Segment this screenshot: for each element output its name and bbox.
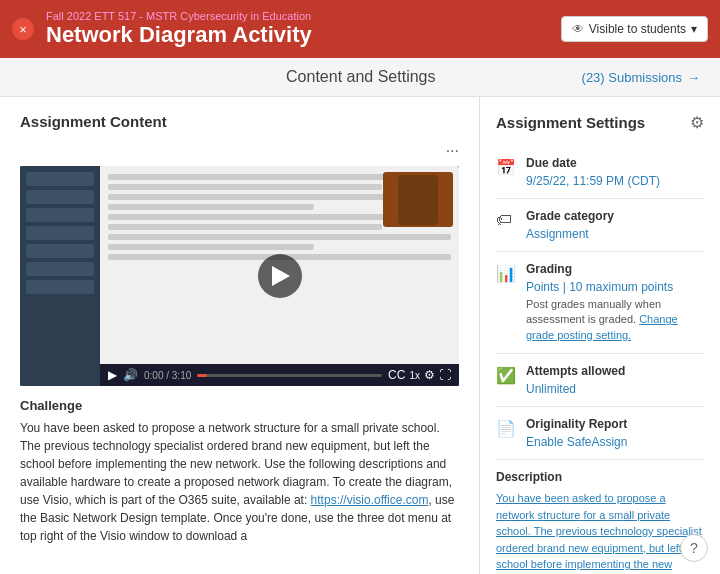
visio-link[interactable]: https://visio.office.com bbox=[311, 493, 429, 507]
due-date-title: Due date bbox=[526, 156, 704, 170]
grade-category-title: Grade category bbox=[526, 209, 704, 223]
main-columns: Assignment Content ··· bbox=[0, 97, 720, 574]
doc-line bbox=[108, 244, 314, 250]
sidebar-item bbox=[26, 190, 94, 204]
video-controls-right: CC 1x ⚙ ⛶ bbox=[388, 368, 451, 382]
video-player[interactable]: ▶ 🔊 0:00 / 3:10 CC 1x ⚙ ⛶ bbox=[20, 166, 459, 386]
course-label: Fall 2022 ETT 517 - MSTR Cybersecurity i… bbox=[46, 10, 312, 22]
content-area: Content and Settings (23) Submissions → … bbox=[0, 58, 720, 574]
due-date-content: Due date 9/25/22, 11:59 PM (CDT) bbox=[526, 156, 704, 188]
more-options-button[interactable]: ··· bbox=[20, 142, 459, 160]
person-image bbox=[398, 175, 438, 225]
play-pause-button[interactable]: ▶ bbox=[108, 368, 117, 382]
arrow-icon: → bbox=[687, 70, 700, 85]
sidebar-item bbox=[26, 208, 94, 222]
video-thumbnail bbox=[383, 172, 453, 227]
description-text: You have been asked to propose a network… bbox=[496, 490, 704, 574]
top-bar-text: Fall 2022 ETT 517 - MSTR Cybersecurity i… bbox=[46, 10, 312, 48]
settings-button[interactable]: ⚙ bbox=[424, 368, 435, 382]
grade-category-setting: 🏷 Grade category Assignment bbox=[496, 199, 704, 252]
challenge-section: Challenge You have been asked to propose… bbox=[20, 398, 459, 545]
doc-icon: 📄 bbox=[496, 419, 516, 439]
grade-category-value[interactable]: Assignment bbox=[526, 227, 589, 241]
originality-title: Originality Report bbox=[526, 417, 704, 431]
gear-icon[interactable]: ⚙ bbox=[690, 113, 704, 132]
submissions-link[interactable]: (23) Submissions → bbox=[582, 70, 700, 85]
grading-title: Grading bbox=[526, 262, 704, 276]
speed-label: 1x bbox=[409, 370, 420, 381]
challenge-heading: Challenge bbox=[20, 398, 459, 413]
grading-setting: 📊 Grading Points | 10 maximum points Pos… bbox=[496, 252, 704, 354]
sidebar-item bbox=[26, 280, 94, 294]
visibility-label: Visible to students bbox=[589, 22, 686, 36]
grade-category-content: Grade category Assignment bbox=[526, 209, 704, 241]
volume-button[interactable]: 🔊 bbox=[123, 368, 138, 382]
grading-note: Post grades manually when assessment is … bbox=[526, 297, 704, 343]
attempts-setting: ✅ Attempts allowed Unlimited bbox=[496, 354, 704, 407]
settings-header: Assignment Settings ⚙ bbox=[496, 113, 704, 132]
video-sidebar bbox=[20, 166, 100, 386]
description-section: Description You have been asked to propo… bbox=[496, 460, 704, 574]
breadcrumb-title: Content and Settings bbox=[140, 68, 582, 86]
progress-bar[interactable] bbox=[197, 374, 382, 377]
play-button[interactable] bbox=[258, 254, 302, 298]
chevron-down-icon: ▾ bbox=[691, 22, 697, 36]
doc-line bbox=[108, 224, 382, 230]
challenge-text: You have been asked to propose a network… bbox=[20, 419, 459, 545]
originality-content: Originality Report Enable SafeAssign bbox=[526, 417, 704, 449]
video-time: 0:00 / 3:10 bbox=[144, 370, 191, 381]
description-title: Description bbox=[496, 470, 704, 484]
doc-line bbox=[108, 184, 382, 190]
left-column: Assignment Content ··· bbox=[0, 97, 480, 574]
close-button[interactable]: × bbox=[12, 18, 34, 40]
originality-setting: 📄 Originality Report Enable SafeAssign bbox=[496, 407, 704, 460]
originality-value[interactable]: Enable SafeAssign bbox=[526, 435, 627, 449]
due-date-setting: 📅 Due date 9/25/22, 11:59 PM (CDT) bbox=[496, 146, 704, 199]
play-icon bbox=[272, 266, 290, 286]
breadcrumb-bar: Content and Settings (23) Submissions → bbox=[0, 58, 720, 97]
cc-button[interactable]: CC bbox=[388, 368, 405, 382]
video-controls: ▶ 🔊 0:00 / 3:10 CC 1x ⚙ ⛶ bbox=[100, 364, 459, 386]
help-button[interactable]: ? bbox=[680, 534, 708, 562]
doc-line bbox=[108, 234, 451, 240]
video-main: ▶ 🔊 0:00 / 3:10 CC 1x ⚙ ⛶ bbox=[100, 166, 459, 386]
eye-icon: 👁 bbox=[572, 22, 584, 36]
right-column: Assignment Settings ⚙ 📅 Due date 9/25/22… bbox=[480, 97, 720, 574]
sidebar-item bbox=[26, 172, 94, 186]
fullscreen-button[interactable]: ⛶ bbox=[439, 368, 451, 382]
progress-fill bbox=[197, 374, 206, 377]
settings-label: Assignment Settings bbox=[496, 114, 645, 131]
doc-line bbox=[108, 204, 314, 210]
sidebar-item bbox=[26, 262, 94, 276]
page-title: Network Diagram Activity bbox=[46, 22, 312, 48]
attempts-title: Attempts allowed bbox=[526, 364, 704, 378]
assignment-content-label: Assignment Content bbox=[20, 113, 459, 130]
grading-content: Grading Points | 10 maximum points Post … bbox=[526, 262, 704, 343]
change-posting-link[interactable]: Change grade posting setting. bbox=[526, 313, 678, 340]
chart-icon: 📊 bbox=[496, 264, 516, 284]
attempts-value[interactable]: Unlimited bbox=[526, 382, 576, 396]
sidebar-item bbox=[26, 226, 94, 240]
top-bar: × Fall 2022 ETT 517 - MSTR Cybersecurity… bbox=[0, 0, 720, 58]
sidebar-item bbox=[26, 244, 94, 258]
check-icon: ✅ bbox=[496, 366, 516, 386]
due-date-value[interactable]: 9/25/22, 11:59 PM (CDT) bbox=[526, 174, 660, 188]
tag-icon: 🏷 bbox=[496, 211, 516, 231]
attempts-content: Attempts allowed Unlimited bbox=[526, 364, 704, 396]
calendar-icon: 📅 bbox=[496, 158, 516, 178]
grading-value[interactable]: Points | 10 maximum points bbox=[526, 280, 673, 294]
submissions-count: (23) Submissions bbox=[582, 70, 682, 85]
visibility-button[interactable]: 👁 Visible to students ▾ bbox=[561, 16, 708, 42]
